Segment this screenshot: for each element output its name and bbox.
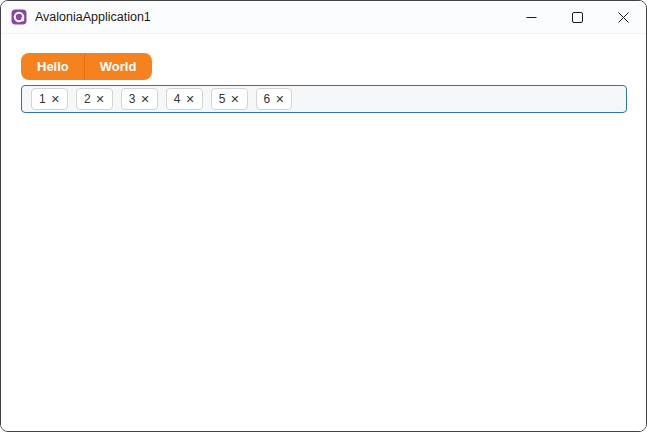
tag-chip: 6 ✕ bbox=[256, 88, 293, 110]
hello-button[interactable]: Hello bbox=[21, 53, 84, 80]
maximize-icon bbox=[572, 12, 583, 23]
chip-label: 2 bbox=[84, 93, 91, 105]
chip-remove-icon[interactable]: ✕ bbox=[51, 94, 60, 105]
tag-chip: 5 ✕ bbox=[211, 88, 248, 110]
chip-label: 3 bbox=[129, 93, 136, 105]
titlebar[interactable]: AvaloniaApplication1 bbox=[1, 1, 646, 34]
chip-label: 4 bbox=[174, 93, 181, 105]
content-area: Hello World 1 ✕ 2 ✕ 3 ✕ 4 ✕ 5 ✕ bbox=[1, 34, 646, 431]
chip-remove-icon[interactable]: ✕ bbox=[96, 94, 105, 105]
chip-remove-icon[interactable]: ✕ bbox=[275, 94, 284, 105]
close-button[interactable] bbox=[600, 1, 646, 34]
chip-label: 6 bbox=[264, 93, 271, 105]
chip-remove-icon[interactable]: ✕ bbox=[185, 94, 194, 105]
chip-label: 5 bbox=[219, 93, 226, 105]
tag-chip: 2 ✕ bbox=[76, 88, 113, 110]
window-title: AvaloniaApplication1 bbox=[35, 10, 151, 24]
close-icon bbox=[618, 12, 629, 23]
app-window: AvaloniaApplication1 Hello World 1 ✕ bbox=[0, 0, 647, 432]
maximize-button[interactable] bbox=[554, 1, 600, 34]
tag-chip: 3 ✕ bbox=[121, 88, 158, 110]
tag-chip: 1 ✕ bbox=[31, 88, 68, 110]
minimize-icon bbox=[526, 12, 537, 23]
world-button[interactable]: World bbox=[84, 53, 153, 80]
minimize-button[interactable] bbox=[508, 1, 554, 34]
tag-chip: 4 ✕ bbox=[166, 88, 203, 110]
button-group: Hello World bbox=[21, 53, 152, 80]
tag-input[interactable]: 1 ✕ 2 ✕ 3 ✕ 4 ✕ 5 ✕ 6 ✕ bbox=[21, 85, 627, 113]
chip-remove-icon[interactable]: ✕ bbox=[141, 94, 150, 105]
avalonia-logo-icon bbox=[11, 9, 27, 25]
chip-label: 1 bbox=[39, 93, 46, 105]
chip-remove-icon[interactable]: ✕ bbox=[230, 94, 239, 105]
